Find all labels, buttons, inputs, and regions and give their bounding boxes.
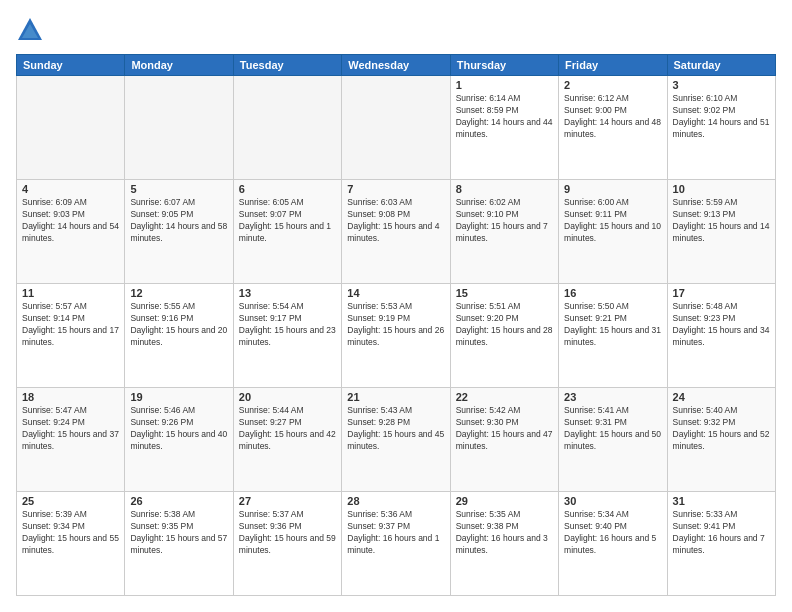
calendar-day-cell: 22 Sunrise: 5:42 AM Sunset: 9:30 PM Dayl… — [450, 388, 558, 492]
day-number: 3 — [673, 79, 770, 91]
logo — [16, 16, 48, 44]
day-number: 22 — [456, 391, 553, 403]
day-detail: Sunrise: 5:48 AM Sunset: 9:23 PM Dayligh… — [673, 301, 770, 349]
calendar-day-cell: 7 Sunrise: 6:03 AM Sunset: 9:08 PM Dayli… — [342, 180, 450, 284]
calendar-day-cell: 19 Sunrise: 5:46 AM Sunset: 9:26 PM Dayl… — [125, 388, 233, 492]
day-detail: Sunrise: 5:35 AM Sunset: 9:38 PM Dayligh… — [456, 509, 553, 557]
calendar-day-cell: 12 Sunrise: 5:55 AM Sunset: 9:16 PM Dayl… — [125, 284, 233, 388]
day-number: 15 — [456, 287, 553, 299]
page: SundayMondayTuesdayWednesdayThursdayFrid… — [0, 0, 792, 612]
calendar-day-cell — [17, 76, 125, 180]
day-number: 17 — [673, 287, 770, 299]
day-detail: Sunrise: 6:07 AM Sunset: 9:05 PM Dayligh… — [130, 197, 227, 245]
calendar-day-cell: 29 Sunrise: 5:35 AM Sunset: 9:38 PM Dayl… — [450, 492, 558, 596]
calendar-day-cell — [233, 76, 341, 180]
calendar-header-monday: Monday — [125, 55, 233, 76]
day-detail: Sunrise: 5:50 AM Sunset: 9:21 PM Dayligh… — [564, 301, 661, 349]
calendar-day-cell: 25 Sunrise: 5:39 AM Sunset: 9:34 PM Dayl… — [17, 492, 125, 596]
day-detail: Sunrise: 5:59 AM Sunset: 9:13 PM Dayligh… — [673, 197, 770, 245]
day-number: 2 — [564, 79, 661, 91]
calendar-header-thursday: Thursday — [450, 55, 558, 76]
day-detail: Sunrise: 6:03 AM Sunset: 9:08 PM Dayligh… — [347, 197, 444, 245]
day-detail: Sunrise: 6:00 AM Sunset: 9:11 PM Dayligh… — [564, 197, 661, 245]
calendar-day-cell: 6 Sunrise: 6:05 AM Sunset: 9:07 PM Dayli… — [233, 180, 341, 284]
calendar-day-cell: 27 Sunrise: 5:37 AM Sunset: 9:36 PM Dayl… — [233, 492, 341, 596]
calendar-day-cell: 16 Sunrise: 5:50 AM Sunset: 9:21 PM Dayl… — [559, 284, 667, 388]
calendar-day-cell: 13 Sunrise: 5:54 AM Sunset: 9:17 PM Dayl… — [233, 284, 341, 388]
day-detail: Sunrise: 5:38 AM Sunset: 9:35 PM Dayligh… — [130, 509, 227, 557]
day-number: 24 — [673, 391, 770, 403]
day-number: 8 — [456, 183, 553, 195]
day-detail: Sunrise: 5:37 AM Sunset: 9:36 PM Dayligh… — [239, 509, 336, 557]
day-number: 25 — [22, 495, 119, 507]
day-number: 21 — [347, 391, 444, 403]
day-detail: Sunrise: 6:09 AM Sunset: 9:03 PM Dayligh… — [22, 197, 119, 245]
calendar-day-cell: 15 Sunrise: 5:51 AM Sunset: 9:20 PM Dayl… — [450, 284, 558, 388]
day-detail: Sunrise: 5:47 AM Sunset: 9:24 PM Dayligh… — [22, 405, 119, 453]
day-detail: Sunrise: 5:36 AM Sunset: 9:37 PM Dayligh… — [347, 509, 444, 557]
calendar-day-cell — [342, 76, 450, 180]
calendar-table: SundayMondayTuesdayWednesdayThursdayFrid… — [16, 54, 776, 596]
calendar-day-cell: 4 Sunrise: 6:09 AM Sunset: 9:03 PM Dayli… — [17, 180, 125, 284]
calendar-week-1: 1 Sunrise: 6:14 AM Sunset: 8:59 PM Dayli… — [17, 76, 776, 180]
calendar-day-cell: 20 Sunrise: 5:44 AM Sunset: 9:27 PM Dayl… — [233, 388, 341, 492]
calendar-header-wednesday: Wednesday — [342, 55, 450, 76]
calendar-day-cell: 17 Sunrise: 5:48 AM Sunset: 9:23 PM Dayl… — [667, 284, 775, 388]
day-number: 16 — [564, 287, 661, 299]
logo-icon — [16, 16, 44, 44]
day-number: 26 — [130, 495, 227, 507]
calendar-day-cell: 24 Sunrise: 5:40 AM Sunset: 9:32 PM Dayl… — [667, 388, 775, 492]
calendar-day-cell: 26 Sunrise: 5:38 AM Sunset: 9:35 PM Dayl… — [125, 492, 233, 596]
day-detail: Sunrise: 5:43 AM Sunset: 9:28 PM Dayligh… — [347, 405, 444, 453]
calendar-header-friday: Friday — [559, 55, 667, 76]
calendar-day-cell: 10 Sunrise: 5:59 AM Sunset: 9:13 PM Dayl… — [667, 180, 775, 284]
day-number: 10 — [673, 183, 770, 195]
calendar-day-cell: 21 Sunrise: 5:43 AM Sunset: 9:28 PM Dayl… — [342, 388, 450, 492]
calendar-header-tuesday: Tuesday — [233, 55, 341, 76]
calendar-day-cell: 8 Sunrise: 6:02 AM Sunset: 9:10 PM Dayli… — [450, 180, 558, 284]
day-detail: Sunrise: 5:54 AM Sunset: 9:17 PM Dayligh… — [239, 301, 336, 349]
day-number: 28 — [347, 495, 444, 507]
day-detail: Sunrise: 6:10 AM Sunset: 9:02 PM Dayligh… — [673, 93, 770, 141]
day-number: 23 — [564, 391, 661, 403]
calendar-day-cell: 31 Sunrise: 5:33 AM Sunset: 9:41 PM Dayl… — [667, 492, 775, 596]
day-detail: Sunrise: 5:46 AM Sunset: 9:26 PM Dayligh… — [130, 405, 227, 453]
day-number: 4 — [22, 183, 119, 195]
day-detail: Sunrise: 5:57 AM Sunset: 9:14 PM Dayligh… — [22, 301, 119, 349]
day-number: 12 — [130, 287, 227, 299]
day-number: 1 — [456, 79, 553, 91]
day-detail: Sunrise: 5:42 AM Sunset: 9:30 PM Dayligh… — [456, 405, 553, 453]
day-detail: Sunrise: 6:05 AM Sunset: 9:07 PM Dayligh… — [239, 197, 336, 245]
day-number: 9 — [564, 183, 661, 195]
day-number: 11 — [22, 287, 119, 299]
calendar-day-cell: 28 Sunrise: 5:36 AM Sunset: 9:37 PM Dayl… — [342, 492, 450, 596]
day-detail: Sunrise: 6:14 AM Sunset: 8:59 PM Dayligh… — [456, 93, 553, 141]
calendar-day-cell: 18 Sunrise: 5:47 AM Sunset: 9:24 PM Dayl… — [17, 388, 125, 492]
day-detail: Sunrise: 5:41 AM Sunset: 9:31 PM Dayligh… — [564, 405, 661, 453]
calendar-day-cell: 5 Sunrise: 6:07 AM Sunset: 9:05 PM Dayli… — [125, 180, 233, 284]
calendar-header-saturday: Saturday — [667, 55, 775, 76]
day-number: 13 — [239, 287, 336, 299]
day-number: 29 — [456, 495, 553, 507]
day-detail: Sunrise: 5:51 AM Sunset: 9:20 PM Dayligh… — [456, 301, 553, 349]
calendar-day-cell — [125, 76, 233, 180]
calendar-header-row: SundayMondayTuesdayWednesdayThursdayFrid… — [17, 55, 776, 76]
calendar-day-cell: 30 Sunrise: 5:34 AM Sunset: 9:40 PM Dayl… — [559, 492, 667, 596]
calendar-day-cell: 1 Sunrise: 6:14 AM Sunset: 8:59 PM Dayli… — [450, 76, 558, 180]
calendar-week-5: 25 Sunrise: 5:39 AM Sunset: 9:34 PM Dayl… — [17, 492, 776, 596]
calendar-day-cell: 11 Sunrise: 5:57 AM Sunset: 9:14 PM Dayl… — [17, 284, 125, 388]
day-number: 7 — [347, 183, 444, 195]
header — [16, 16, 776, 44]
calendar-week-3: 11 Sunrise: 5:57 AM Sunset: 9:14 PM Dayl… — [17, 284, 776, 388]
day-detail: Sunrise: 5:39 AM Sunset: 9:34 PM Dayligh… — [22, 509, 119, 557]
day-detail: Sunrise: 6:02 AM Sunset: 9:10 PM Dayligh… — [456, 197, 553, 245]
calendar-day-cell: 3 Sunrise: 6:10 AM Sunset: 9:02 PM Dayli… — [667, 76, 775, 180]
day-number: 19 — [130, 391, 227, 403]
day-number: 6 — [239, 183, 336, 195]
day-detail: Sunrise: 5:40 AM Sunset: 9:32 PM Dayligh… — [673, 405, 770, 453]
day-detail: Sunrise: 5:33 AM Sunset: 9:41 PM Dayligh… — [673, 509, 770, 557]
day-number: 31 — [673, 495, 770, 507]
calendar-day-cell: 9 Sunrise: 6:00 AM Sunset: 9:11 PM Dayli… — [559, 180, 667, 284]
day-number: 30 — [564, 495, 661, 507]
calendar-week-2: 4 Sunrise: 6:09 AM Sunset: 9:03 PM Dayli… — [17, 180, 776, 284]
